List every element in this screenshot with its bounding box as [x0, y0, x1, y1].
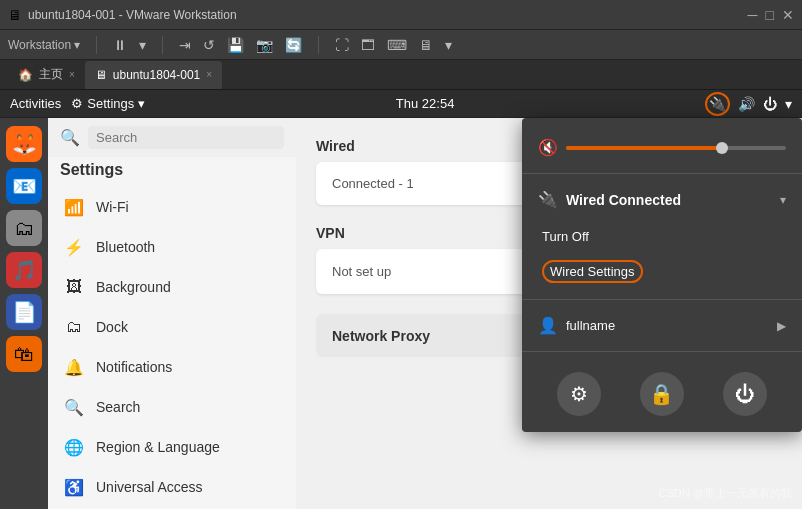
console-icon[interactable]: ⌨ — [387, 37, 407, 53]
power-action-button[interactable]: ⏻ — [723, 372, 767, 416]
toolbar-separator-3 — [318, 36, 319, 54]
search-label: Search — [96, 399, 140, 415]
switch-vm-icon[interactable]: ⇥ — [179, 37, 191, 53]
universal-label: Universal Access — [96, 479, 203, 495]
notifications-label: Notifications — [96, 359, 172, 375]
search-sidebar-icon: 🔍 — [64, 397, 84, 417]
titlebar-title: ubuntu1804-001 - VMware Workstation — [28, 8, 237, 22]
system-arrow-icon[interactable]: ▾ — [785, 96, 792, 112]
ubuntu-bar-clock: Thu 22:54 — [396, 96, 455, 111]
settings-button[interactable]: ⚙ Settings ▾ — [71, 96, 145, 111]
workstation-menu[interactable]: Workstation ▾ — [8, 38, 80, 52]
volume-slider-fill — [566, 146, 720, 150]
sidebar-item-region[interactable]: 🌐 Region & Language — [48, 427, 296, 467]
dock-store[interactable]: 🛍 — [6, 336, 42, 372]
background-label: Background — [96, 279, 171, 295]
settings-panel-title: Settings — [48, 157, 296, 187]
settings-arrow-icon: ▾ — [138, 96, 145, 111]
ubuntu-tab-label: ubuntu1804-001 — [113, 68, 200, 82]
user-avatar-icon: 👤 — [538, 316, 558, 335]
volume-mute-icon[interactable]: 🔇 — [538, 138, 558, 157]
network-status-icon[interactable]: 🔌 — [705, 92, 730, 116]
settings-search-bar: 🔍 — [48, 118, 296, 157]
toolbar-arrow[interactable]: ▾ — [139, 37, 146, 53]
ubuntu-topbar: Activities ⚙ Settings ▾ Thu 22:54 🔌 🔊 ⏻ … — [0, 90, 802, 118]
dock-firefox[interactable]: 🦊 — [6, 126, 42, 162]
pause-icon[interactable]: ⏸ — [113, 37, 127, 53]
unity-icon[interactable]: 🗔 — [361, 37, 375, 53]
dock-thunderbird[interactable]: 📧 — [6, 168, 42, 204]
sidebar-item-bluetooth[interactable]: ⚡ Bluetooth — [48, 227, 296, 267]
close-button[interactable]: ✕ — [782, 7, 794, 23]
volume-slider-track[interactable] — [566, 146, 786, 150]
sidebar-item-universal[interactable]: ♿ Universal Access — [48, 467, 296, 507]
wired-header-left: 🔌 Wired Connected — [538, 190, 681, 209]
turn-off-menu-item[interactable]: Turn Off — [522, 221, 802, 252]
tab-bar: 🏠 主页 × 🖥 ubuntu1804-001 × — [0, 60, 802, 90]
lock-action-icon: 🔒 — [649, 382, 674, 406]
dropdown-actions: ⚙ 🔒 ⏻ — [522, 360, 802, 420]
app-dock: 🦊 📧 🗂 🎵 📄 🛍 — [0, 118, 48, 509]
settings-list: 📶 Wi-Fi ⚡ Bluetooth 🖼 Background 🗂 Dock … — [48, 187, 296, 509]
home-tab-close[interactable]: × — [69, 69, 75, 80]
wired-connected-title: Wired Connected — [566, 192, 681, 208]
settings-action-button[interactable]: ⚙ — [557, 372, 601, 416]
sidebar-item-background[interactable]: 🖼 Background — [48, 267, 296, 307]
volume-row: 🔇 — [522, 130, 802, 165]
home-icon: 🏠 — [18, 68, 33, 82]
activities-button[interactable]: Activities — [10, 96, 61, 111]
dropdown-separator-2 — [522, 299, 802, 300]
power-icon[interactable]: ⏻ — [763, 96, 777, 112]
tab-home[interactable]: 🏠 主页 × — [8, 61, 85, 89]
network-icon: 🔌 — [709, 96, 726, 112]
snapshot1-icon[interactable]: 💾 — [227, 37, 244, 53]
user-menu-item[interactable]: 👤 fullname ▶ — [522, 308, 802, 343]
display-icon[interactable]: 🖥 — [419, 37, 433, 53]
wired-chevron-icon[interactable]: ▾ — [780, 193, 786, 207]
region-label: Region & Language — [96, 439, 220, 455]
volume-icon[interactable]: 🔊 — [738, 96, 755, 112]
toolbar: Workstation ▾ ⏸ ▾ ⇥ ↺ 💾 📷 🔄 ⛶ 🗔 ⌨ 🖥 ▾ — [0, 30, 802, 60]
system-dropdown-panel: 🔇 🔌 Wired Connected ▾ Turn Off — [522, 118, 802, 432]
vm-icon: 🖥 — [8, 7, 22, 23]
sidebar-item-notifications[interactable]: 🔔 Notifications — [48, 347, 296, 387]
tab-ubuntu[interactable]: 🖥 ubuntu1804-001 × — [85, 61, 222, 89]
titlebar-controls: ─ □ ✕ — [748, 7, 794, 23]
wifi-label: Wi-Fi — [96, 199, 129, 215]
sidebar-item-wifi[interactable]: 📶 Wi-Fi — [48, 187, 296, 227]
sidebar-item-dock[interactable]: 🗂 Dock — [48, 307, 296, 347]
wired-settings-ring: Wired Settings — [542, 260, 643, 283]
ubuntu-tab-close[interactable]: × — [206, 69, 212, 80]
watermark: CSDN @带上一无所有的我 — [659, 486, 792, 501]
content-area: Wired Connected - 1 ⚙ VPN Not set up ＋ N… — [296, 118, 802, 509]
lock-action-button[interactable]: 🔒 — [640, 372, 684, 416]
maximize-button[interactable]: □ — [766, 7, 774, 23]
snapshot2-icon[interactable]: 📷 — [256, 37, 273, 53]
wired-settings-menu-item[interactable]: Wired Settings — [522, 252, 802, 291]
dock-writer[interactable]: 📄 — [6, 294, 42, 330]
user-submenu-arrow-icon: ▶ — [777, 319, 786, 333]
workstation-label: Workstation ▾ — [8, 38, 80, 52]
snapshot3-icon[interactable]: 🔄 — [285, 37, 302, 53]
fullscreen-icon[interactable]: ⛶ — [335, 37, 349, 53]
more-icon[interactable]: ▾ — [445, 37, 452, 53]
dock-icon-sidebar: 🗂 — [64, 317, 84, 337]
toolbar-separator — [96, 36, 97, 54]
wifi-icon: 📶 — [64, 197, 84, 217]
main-area: 🦊 📧 🗂 🎵 📄 🛍 🔍 Settings 📶 Wi-Fi ⚡ Bluetoo… — [0, 118, 802, 509]
home-tab-label: 主页 — [39, 66, 63, 83]
revert-icon[interactable]: ↺ — [203, 37, 215, 53]
dock-label: Dock — [96, 319, 128, 335]
minimize-button[interactable]: ─ — [748, 7, 758, 23]
dropdown-separator-1 — [522, 173, 802, 174]
wired-status-text: Connected - 1 — [332, 176, 414, 191]
settings-panel: 🔍 Settings 📶 Wi-Fi ⚡ Bluetooth 🖼 Backgro… — [48, 118, 296, 509]
dock-music[interactable]: 🎵 — [6, 252, 42, 288]
region-icon: 🌐 — [64, 437, 84, 457]
dropdown-separator-3 — [522, 351, 802, 352]
wired-connected-icon: 🔌 — [538, 190, 558, 209]
dock-files[interactable]: 🗂 — [6, 210, 42, 246]
volume-slider-thumb[interactable] — [716, 142, 728, 154]
sidebar-item-search[interactable]: 🔍 Search — [48, 387, 296, 427]
settings-search-input[interactable] — [88, 126, 284, 149]
